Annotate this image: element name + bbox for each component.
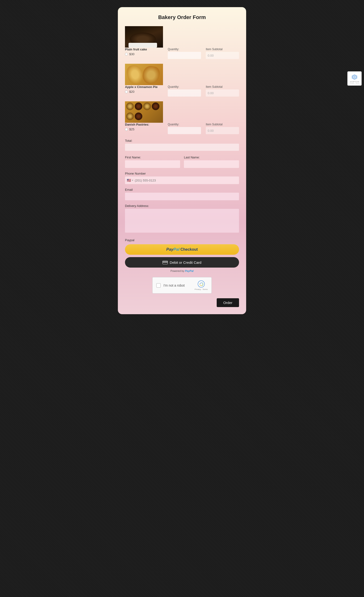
paypal-text-pal: Pal (174, 247, 180, 252)
last-name-input[interactable] (184, 160, 239, 168)
recaptcha-logo: Privacy - Terms (195, 280, 208, 291)
danish-dot-5 (126, 112, 134, 120)
email-row: Email (125, 188, 239, 200)
quantity-label-pie: Quantity: (168, 85, 201, 88)
quantity-label-danish: Quantity: (168, 123, 201, 126)
product-price-danish: $25 (129, 127, 135, 131)
powered-by: Powered by PayPal (125, 269, 239, 272)
recaptcha-widget-corner: ✓ reCAPTCHA Privacy - Terms (347, 71, 362, 86)
danish-dot-1 (126, 102, 134, 110)
name-row: First Name: Last Name: (125, 156, 239, 168)
svg-text:✓: ✓ (354, 76, 356, 78)
address-row: Delivery Address: (125, 204, 239, 234)
last-name-label: Last Name: (184, 156, 239, 159)
svg-point-1 (198, 281, 205, 287)
paypal-checkout-text: Checkout (180, 247, 198, 252)
product-radio-pie[interactable] (125, 90, 128, 93)
product-section-danish: Danish Pastries: $25 Quantity: Item Subt… (125, 101, 239, 134)
flag-icon: 🇺🇸 (127, 178, 131, 182)
subtotal-input-cake[interactable] (206, 52, 239, 59)
paypal-checkout-button[interactable]: PayPal Checkout (125, 244, 239, 255)
product-section-cake: Plain fruit cake $30 Quantity: Item Subt… (125, 26, 239, 59)
product-image-cake (125, 26, 163, 47)
subtotal-col-cake: Item Subtotal (206, 47, 239, 59)
recaptcha-small-text: Privacy - Terms (195, 288, 208, 291)
recaptcha-checkbox[interactable] (156, 283, 161, 288)
paypal-text-pay: Pay (166, 247, 174, 252)
product-price-pie: $20 (129, 90, 135, 94)
quantity-label-cake: Quantity: (168, 47, 201, 51)
subtotal-col-danish: Item Subtotal (206, 123, 239, 134)
total-label: Total: (125, 139, 239, 142)
first-name-col: First Name: (125, 156, 180, 168)
phone-label: Phone Number (125, 172, 239, 175)
product-name-col-pie: Apple x Cinnamon Pie $20 (125, 85, 163, 94)
product-radio-cake[interactable] (125, 53, 128, 56)
product-image-danish (125, 101, 163, 123)
quantity-input-pie[interactable] (168, 89, 201, 97)
email-input[interactable] (125, 193, 239, 200)
card-btn-label: Debit or Credit Card (170, 260, 201, 265)
product-image-pie (125, 64, 163, 85)
first-name-label: First Name: (125, 156, 180, 159)
powered-paypal-text: PayPal (185, 269, 194, 272)
danish-dot-4 (152, 102, 159, 110)
danish-dot-6 (135, 112, 142, 120)
card-icon (162, 261, 168, 264)
quantity-input-cake[interactable] (168, 52, 201, 59)
total-input[interactable] (125, 144, 239, 151)
powered-by-text: Powered by (170, 269, 184, 272)
product-section-pie: Apple x Cinnamon Pie $20 Quantity: Item … (125, 64, 239, 97)
order-button-wrap: Order (125, 298, 239, 307)
subtotal-input-pie[interactable] (206, 89, 239, 97)
danish-dot-3 (143, 102, 151, 110)
quantity-input-danish[interactable] (168, 127, 201, 134)
last-name-col: Last Name: (184, 156, 239, 168)
address-textarea[interactable] (125, 209, 239, 233)
subtotal-col-pie: Item Subtotal (206, 85, 239, 97)
product-name-cake: Plain fruit cake (125, 47, 163, 51)
quantity-col-pie: Quantity: (168, 85, 201, 97)
bakery-order-form: Bakery Order Form Plain fruit cake $30 Q… (118, 7, 246, 314)
phone-separator: ▾ (132, 179, 133, 182)
contact-form-section: First Name: Last Name: Phone Number 🇺🇸 ▾… (125, 156, 239, 234)
subtotal-input-danish[interactable] (206, 127, 239, 134)
product-name-col-danish: Danish Pastries: $25 (125, 123, 163, 131)
recaptcha-text: I'm not a robot (163, 283, 192, 287)
debit-credit-card-button[interactable]: Debit or Credit Card (125, 257, 239, 267)
danish-dot-2 (135, 102, 142, 110)
quantity-col-danish: Quantity: (168, 123, 201, 134)
product-name-col-cake: Plain fruit cake $30 (125, 47, 163, 56)
order-button[interactable]: Order (217, 298, 239, 307)
subtotal-label-danish: Item Subtotal (206, 123, 239, 126)
recaptcha-logo-icon (197, 280, 205, 288)
paypal-label: Paypal (125, 238, 239, 242)
product-price-cake: $30 (129, 52, 135, 56)
first-name-input[interactable] (125, 160, 180, 168)
form-title: Bakery Order Form (125, 14, 239, 20)
phone-input[interactable] (135, 179, 237, 182)
phone-row: Phone Number 🇺🇸 ▾ (125, 172, 239, 184)
product-name-pie: Apple x Cinnamon Pie (125, 85, 163, 89)
subtotal-label-pie: Item Subtotal (206, 85, 239, 88)
address-label: Delivery Address: (125, 204, 239, 208)
paypal-section: Paypal PayPal Checkout Debit or Credit C… (125, 238, 239, 272)
quantity-col-cake: Quantity: (168, 47, 201, 59)
phone-input-wrap: 🇺🇸 ▾ (125, 176, 239, 184)
total-row: Total: (125, 139, 239, 151)
product-name-danish: Danish Pastries: (125, 123, 163, 126)
recaptcha-box: I'm not a robot Privacy - Terms (152, 277, 212, 293)
product-radio-danish[interactable] (125, 128, 128, 131)
subtotal-label-cake: Item Subtotal (206, 47, 239, 51)
email-label: Email (125, 188, 239, 191)
